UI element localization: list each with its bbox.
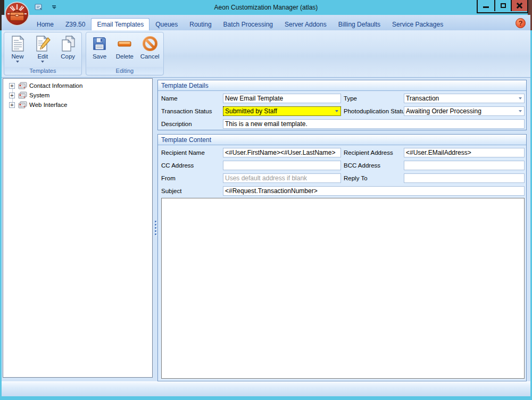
recipient-address-input[interactable] <box>404 148 525 157</box>
tree-item-label: Web Interface <box>29 102 67 108</box>
transaction-status-combobox[interactable]: Submitted by Staff <box>223 106 341 116</box>
new-document-icon <box>9 35 26 52</box>
cc-address-input[interactable] <box>223 161 341 170</box>
tab-queues[interactable]: Queues <box>149 18 184 30</box>
template-content-panel: Template Content Recipient Name Recipien… <box>157 134 527 381</box>
photoduplication-status-value: Awaiting Order Processing <box>406 107 516 115</box>
template-details-header: Template Details <box>158 80 526 91</box>
bcc-address-label: BCC Address <box>344 161 380 170</box>
delete-bar-icon <box>116 35 133 52</box>
expand-plus-icon[interactable]: + <box>9 102 15 108</box>
tab-email-templates[interactable]: Email Templates <box>91 18 149 30</box>
minimize-button[interactable] <box>478 0 494 11</box>
tree-item-contact-information[interactable]: + Contact Information <box>3 81 152 90</box>
save-button[interactable]: Save <box>88 34 111 66</box>
tab-batch-processing[interactable]: Batch Processing <box>218 18 279 30</box>
transaction-status-label: Transaction Status <box>161 106 212 116</box>
description-label: Description <box>161 119 192 129</box>
tree-item-system[interactable]: + System <box>3 90 152 100</box>
app-logo-icon[interactable] <box>4 1 30 27</box>
window-controls <box>477 0 528 13</box>
tab-service-packages[interactable]: Service Packages <box>386 18 449 30</box>
tab-home[interactable]: Home <box>31 18 60 30</box>
save-floppy-icon <box>91 35 108 52</box>
quick-access-toolbar-icon[interactable] <box>34 3 44 12</box>
qat-customize-chevron-icon[interactable] <box>51 4 57 11</box>
ribbon-group-editing-label: Editing <box>87 67 163 74</box>
email-template-icon <box>18 82 27 90</box>
recipient-name-label: Recipient Name <box>161 148 205 157</box>
tab-billing-defaults[interactable]: Billing Defaults <box>332 18 386 30</box>
ribbon-group-templates: New Edit Copy <box>4 32 82 76</box>
type-combobox[interactable]: Transaction <box>404 94 525 103</box>
email-template-icon <box>18 91 27 99</box>
copy-button[interactable]: Copy <box>56 34 80 66</box>
cancel-button[interactable]: Cancel <box>138 34 162 66</box>
name-input[interactable] <box>223 94 341 103</box>
reply-to-input[interactable] <box>404 173 525 183</box>
ribbon-tab-row: Home Z39.50 Email Templates Queues Routi… <box>2 15 530 30</box>
tree-item-label: Contact Information <box>29 82 82 89</box>
new-dropdown-icon[interactable] <box>16 61 19 63</box>
close-button[interactable] <box>511 0 527 11</box>
ribbon: New Edit Copy <box>2 30 530 78</box>
recipient-address-label: Recipient Address <box>344 148 393 157</box>
recipient-name-input[interactable] <box>223 148 341 157</box>
ribbon-group-templates-label: Templates <box>5 67 81 74</box>
template-body-textarea[interactable] <box>161 198 525 379</box>
type-label: Type <box>344 94 357 103</box>
photoduplication-status-label: Photoduplication Status <box>344 106 408 116</box>
name-label: Name <box>161 94 178 103</box>
help-icon[interactable]: ? <box>516 18 526 28</box>
photoduplication-status-combobox[interactable]: Awaiting Order Processing <box>404 106 525 116</box>
tree-item-label: System <box>29 92 49 98</box>
template-content-header: Template Content <box>158 135 526 145</box>
email-template-icon <box>18 101 27 109</box>
maximize-icon <box>501 3 506 8</box>
ribbon-group-editing: Save Delete Cancel Editing <box>86 32 164 76</box>
cancel-button-label: Cancel <box>140 53 160 60</box>
maximize-button[interactable] <box>494 0 511 11</box>
tree-item-web-interface[interactable]: + Web Interface <box>3 100 152 110</box>
type-value: Transaction <box>406 94 516 103</box>
template-tree-panel: + Contact Information + System + <box>3 78 153 378</box>
close-icon <box>516 2 523 9</box>
expand-plus-icon[interactable]: + <box>9 83 15 89</box>
save-button-label: Save <box>93 53 106 60</box>
chevron-down-icon[interactable] <box>516 107 524 115</box>
tab-server-addons[interactable]: Server Addons <box>279 18 332 30</box>
edit-button[interactable]: Edit <box>31 34 54 66</box>
template-details-panel: Template Details Name Type Transaction T… <box>157 80 527 130</box>
titlebar: Aeon Customization Manager (atlas) <box>0 0 532 15</box>
copy-documents-icon <box>60 35 77 52</box>
description-input[interactable] <box>223 119 525 129</box>
subject-label: Subject <box>161 186 181 196</box>
tab-routing[interactable]: Routing <box>184 18 217 30</box>
panel-splitter[interactable] <box>153 78 157 378</box>
statusbar <box>2 381 530 396</box>
window-title: Aeon Customization Manager (atlas) <box>0 0 532 15</box>
subject-input[interactable] <box>223 186 525 196</box>
chevron-down-icon[interactable] <box>516 94 524 103</box>
transaction-status-value: Submitted by Staff <box>225 107 332 115</box>
delete-button[interactable]: Delete <box>113 34 136 66</box>
chevron-down-icon[interactable] <box>332 107 340 115</box>
reply-to-label: Reply To <box>344 173 368 183</box>
tab-z3950[interactable]: Z39.50 <box>60 18 91 30</box>
bcc-address-input[interactable] <box>404 161 525 170</box>
copy-button-label: Copy <box>61 53 75 60</box>
delete-button-label: Delete <box>116 53 134 60</box>
new-button-label: New <box>11 53 23 60</box>
new-button[interactable]: New <box>6 34 29 66</box>
edit-document-icon <box>34 35 51 52</box>
expand-plus-icon[interactable]: + <box>9 93 15 98</box>
from-input[interactable] <box>223 173 341 183</box>
cancel-prohibit-icon <box>142 35 159 52</box>
edit-button-label: Edit <box>37 53 48 60</box>
edit-dropdown-icon[interactable] <box>41 61 44 63</box>
from-label: From <box>161 173 176 183</box>
minimize-icon <box>483 6 489 8</box>
cc-address-label: CC Address <box>161 161 194 170</box>
